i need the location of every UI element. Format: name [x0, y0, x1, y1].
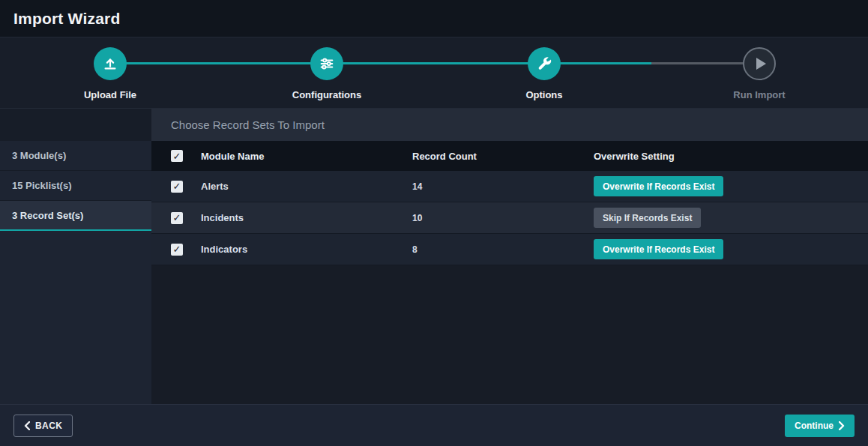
select-all-checkbox[interactable]: ✓: [171, 150, 183, 162]
step-label: Configurations: [267, 89, 387, 100]
section-heading: Choose Record Sets To Import: [151, 109, 868, 141]
overwrite-setting-cell: Overwrite If Records Exist: [594, 176, 868, 196]
wrench-icon: [528, 47, 561, 80]
play-icon: [743, 47, 776, 80]
table-row: ✓ Incidents 10 Skip If Records Exist: [151, 202, 868, 234]
row-checkbox-cell: ✓: [171, 212, 201, 224]
checkbox-checked-icon: ✓: [173, 151, 181, 161]
sidebar-spacer: [0, 109, 151, 141]
continue-button[interactable]: Continue: [785, 415, 855, 437]
sidebar-item-label: 3 Module(s): [12, 150, 66, 161]
checkbox-checked-icon: ✓: [173, 244, 181, 254]
record-count: 8: [412, 244, 594, 255]
title-bar: Import Wizard: [0, 0, 868, 37]
footer-bar: BACK Continue: [0, 404, 868, 446]
row-checkbox-cell: ✓: [171, 244, 201, 256]
wizard-stepper: Upload File Configurations Options: [0, 37, 868, 109]
chevron-right-icon: [839, 421, 845, 430]
checkbox-checked-icon: ✓: [173, 181, 181, 191]
step-configurations[interactable]: Configurations: [267, 47, 387, 100]
checkbox-checked-icon: ✓: [173, 213, 181, 223]
main-content: Choose Record Sets To Import ✓ Module Na…: [151, 109, 868, 404]
back-button-label: BACK: [35, 421, 62, 431]
column-header-record-count: Record Count: [412, 151, 594, 162]
table-row: ✓ Indicators 8 Overwrite If Records Exis…: [151, 234, 868, 265]
table-row: ✓ Alerts 14 Overwrite If Records Exist: [151, 171, 868, 202]
work-area: 3 Module(s) 15 Picklist(s) 3 Record Set(…: [0, 109, 868, 404]
step-label: Run Import: [699, 89, 819, 100]
sidebar-item-label: 3 Record Set(s): [12, 210, 83, 221]
record-sets-table: ✓ Module Name Record Count Overwrite Set…: [151, 141, 868, 265]
overwrite-setting-cell: Overwrite If Records Exist: [594, 239, 868, 259]
row-checkbox[interactable]: ✓: [171, 212, 183, 224]
row-checkbox[interactable]: ✓: [171, 244, 183, 256]
module-name: Indicators: [201, 244, 412, 255]
sidebar: 3 Module(s) 15 Picklist(s) 3 Record Set(…: [0, 109, 151, 404]
record-count: 10: [412, 213, 594, 223]
overwrite-setting-button[interactable]: Skip If Records Exist: [594, 208, 701, 228]
upload-icon: [94, 47, 127, 80]
step-label: Upload File: [50, 89, 170, 100]
table-header-row: ✓ Module Name Record Count Overwrite Set…: [151, 141, 868, 171]
column-header-overwrite-setting: Overwrite Setting: [594, 151, 868, 162]
overwrite-setting-cell: Skip If Records Exist: [594, 208, 868, 228]
sidebar-item-label: 15 Picklist(s): [12, 180, 72, 191]
module-name: Alerts: [201, 181, 412, 192]
column-header-module-name: Module Name: [201, 151, 412, 162]
sidebar-empty-area: [0, 231, 151, 404]
row-checkbox[interactable]: ✓: [171, 181, 183, 193]
step-label: Options: [484, 89, 604, 100]
sliders-icon: [310, 47, 343, 80]
sidebar-item-picklists[interactable]: 15 Picklist(s): [0, 171, 151, 201]
row-checkbox-cell: ✓: [171, 181, 201, 193]
step-upload-file[interactable]: Upload File: [50, 47, 170, 100]
import-wizard-window: Import Wizard Upload File Configuratio: [0, 0, 868, 446]
sidebar-item-modules[interactable]: 3 Module(s): [0, 141, 151, 171]
module-name: Incidents: [201, 212, 412, 223]
sidebar-item-record-sets[interactable]: 3 Record Set(s): [0, 201, 151, 231]
chevron-left-icon: [24, 421, 30, 430]
overwrite-setting-button[interactable]: Overwrite If Records Exist: [594, 239, 723, 259]
continue-button-label: Continue: [795, 421, 834, 431]
back-button[interactable]: BACK: [13, 415, 73, 437]
step-options[interactable]: Options: [484, 47, 604, 100]
record-count: 14: [412, 181, 594, 192]
step-run-import: Run Import: [699, 47, 819, 100]
page-title: Import Wizard: [13, 10, 120, 28]
header-checkbox-cell: ✓: [171, 150, 201, 162]
overwrite-setting-button[interactable]: Overwrite If Records Exist: [594, 176, 723, 196]
